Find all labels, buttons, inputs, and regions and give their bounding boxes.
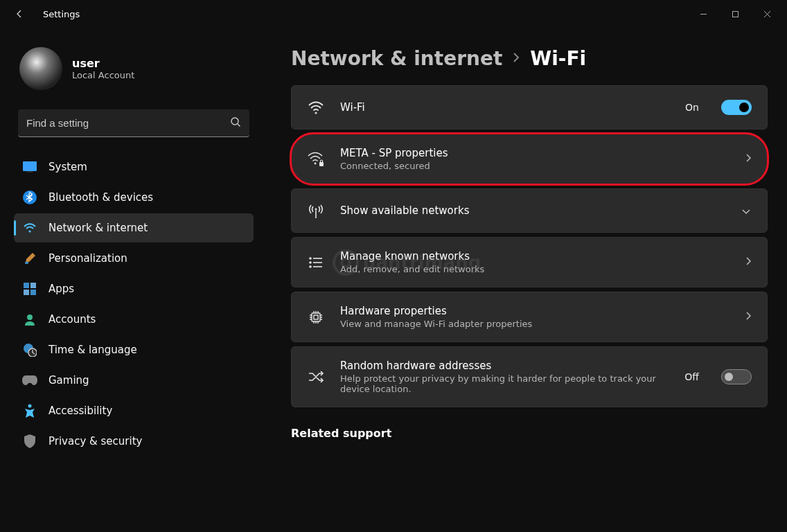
sidebar-item-accessibility[interactable]: Accessibility (14, 396, 254, 425)
clock-globe-icon (22, 342, 37, 357)
svg-point-15 (315, 112, 317, 114)
chevron-right-icon (512, 51, 520, 66)
shuffle-icon (307, 368, 325, 386)
close-button[interactable] (751, 3, 783, 25)
profile-name: user (72, 57, 134, 70)
gamepad-icon (22, 373, 37, 388)
chevron-right-icon (745, 310, 752, 324)
paintbrush-icon (22, 251, 37, 266)
svg-rect-7 (24, 283, 29, 288)
breadcrumb-parent[interactable]: Network & internet (291, 47, 502, 70)
sidebar-item-accounts[interactable]: Accounts (14, 305, 254, 334)
shield-icon (22, 434, 37, 449)
wifi-secured-icon (307, 150, 325, 168)
toggle-state-label: On (685, 102, 699, 113)
nav-list: System Bluetooth & devices Network & int… (14, 152, 254, 456)
profile-sub: Local Account (72, 70, 134, 80)
sidebar-item-apps[interactable]: Apps (14, 274, 254, 303)
breadcrumb: Network & internet Wi-Fi (291, 47, 768, 70)
random-mac-card[interactable]: Random hardware addresses Help protect y… (291, 346, 768, 407)
sidebar-item-system[interactable]: System (14, 152, 254, 181)
chevron-right-icon (745, 256, 752, 269)
profile-block[interactable]: user Local Account (14, 47, 254, 90)
wifi-toggle[interactable] (721, 100, 752, 115)
wifi-icon (22, 220, 37, 236)
svg-point-21 (310, 266, 311, 267)
minimize-icon (700, 10, 707, 18)
card-title: META - SP properties (340, 147, 729, 159)
maximize-icon (732, 10, 739, 18)
avatar (19, 47, 62, 90)
card-subtitle: Add, remove, and edit networks (340, 264, 729, 274)
sidebar-item-label: Privacy & security (48, 435, 142, 447)
titlebar: Settings (0, 0, 787, 28)
available-networks-card[interactable]: Show available networks (291, 188, 768, 233)
chevron-down-icon (741, 204, 752, 218)
card-title: Show available networks (340, 204, 725, 217)
sidebar-item-personalization[interactable]: Personalization (14, 244, 254, 273)
card-title: Manage known networks (340, 250, 729, 263)
sidebar-item-label: Apps (48, 283, 74, 295)
sidebar-item-label: Accounts (48, 313, 96, 326)
wifi-icon (307, 98, 325, 116)
minimize-button[interactable] (687, 3, 719, 25)
svg-rect-9 (24, 290, 29, 295)
arrow-left-icon (14, 8, 25, 19)
search-box (18, 109, 249, 137)
sidebar-item-privacy[interactable]: Privacy & security (14, 427, 254, 456)
sidebar-item-network[interactable]: Network & internet (14, 213, 254, 242)
svg-rect-10 (30, 290, 36, 295)
svg-rect-3 (27, 171, 33, 172)
card-title: Wi-Fi (340, 101, 670, 114)
sidebar-item-label: Time & language (48, 344, 137, 356)
svg-point-5 (28, 230, 30, 232)
related-support-heading: Related support (291, 427, 768, 440)
sidebar-item-gaming[interactable]: Gaming (14, 366, 254, 395)
sidebar-item-time-language[interactable]: Time & language (14, 335, 254, 364)
back-button[interactable] (10, 4, 29, 24)
monitor-icon (22, 159, 37, 175)
chip-icon (307, 308, 325, 326)
svg-rect-0 (732, 11, 738, 17)
svg-rect-23 (314, 315, 318, 319)
bluetooth-icon (22, 190, 37, 205)
card-subtitle: Connected, secured (340, 161, 729, 171)
list-icon (307, 254, 325, 272)
sidebar-item-label: Network & internet (48, 222, 148, 234)
known-networks-card[interactable]: Manage known networks Add, remove, and e… (291, 237, 768, 287)
chevron-right-icon (745, 152, 752, 166)
svg-point-11 (27, 314, 33, 320)
svg-point-14 (28, 405, 32, 408)
sidebar-item-label: Personalization (48, 252, 127, 265)
sidebar-item-label: Accessibility (48, 405, 112, 417)
search-icon (230, 116, 241, 130)
window-controls (687, 3, 783, 25)
app-title: Settings (43, 9, 80, 19)
svg-point-20 (310, 262, 311, 263)
maximize-button[interactable] (719, 3, 751, 25)
sidebar-item-label: Gaming (48, 374, 89, 387)
sidebar: user Local Account System Bluetooth & de… (0, 28, 263, 532)
card-subtitle: Help protect your privacy by making it h… (340, 373, 669, 394)
apps-icon (22, 281, 37, 296)
card-title: Hardware properties (340, 305, 729, 317)
svg-rect-8 (30, 283, 36, 288)
close-icon (763, 10, 771, 18)
accessibility-icon (22, 403, 37, 418)
svg-rect-2 (23, 161, 37, 171)
svg-point-1 (231, 118, 238, 125)
hardware-properties-card[interactable]: Hardware properties View and manage Wi-F… (291, 292, 768, 342)
wifi-toggle-card[interactable]: Wi-Fi On (291, 85, 768, 130)
svg-point-19 (310, 258, 311, 259)
sidebar-item-bluetooth[interactable]: Bluetooth & devices (14, 183, 254, 212)
current-network-card[interactable]: META - SP properties Connected, secured (291, 134, 768, 184)
person-icon (22, 312, 37, 327)
random-mac-toggle[interactable] (721, 369, 752, 384)
main-content: Network & internet Wi-Fi Wi-Fi On META -… (263, 28, 787, 532)
card-title: Random hardware addresses (340, 360, 669, 372)
svg-point-18 (315, 209, 317, 211)
search-input[interactable] (18, 109, 249, 137)
svg-point-16 (315, 162, 317, 164)
svg-rect-17 (319, 162, 324, 166)
antenna-icon (307, 202, 325, 220)
